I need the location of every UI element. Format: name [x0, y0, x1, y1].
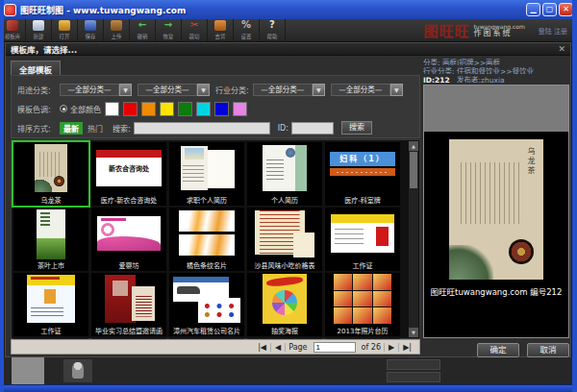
toolbar-save-button[interactable]: 保存 [78, 19, 104, 41]
id-input[interactable] [291, 122, 334, 135]
search-input[interactable] [134, 122, 270, 135]
pagination-bar: |◀ ◀ Page of 26 ▶ ▶| [11, 339, 420, 355]
dialog-header: 模板库，请选择... ✕ [6, 43, 570, 56]
sort-mode-label: 排序方式: [17, 123, 60, 134]
toolbar-template-library-button[interactable]: 模板库 [0, 19, 26, 41]
window-title: 图旺旺制图 - www.tuwangwang.com [20, 4, 186, 16]
toolbar-label: 模板库 [5, 32, 20, 39]
template-library-dialog: 模板库，请选择... ✕ 全部模板 用途分类: —全部分类— ▼ —全部分类— … [5, 42, 571, 357]
color-swatch-yellow[interactable] [160, 102, 174, 116]
sort-hot-button[interactable]: 热门 [88, 123, 103, 134]
template-thumbnail[interactable]: 抽奖海报 [247, 273, 322, 336]
app-window: 图旺旺制图 - www.tuwangwang.com ▁ ▢ ✕ 模板库 新建 … [0, 0, 577, 392]
chevron-down-icon[interactable]: ▼ [313, 84, 325, 96]
toolbar-help-button[interactable]: ? 帮助 [260, 19, 286, 41]
template-thumbnail[interactable]: 毕业实习总结暨邀请函 [91, 273, 166, 336]
color-swatch-green[interactable] [178, 102, 192, 116]
color-swatch-cyan[interactable] [196, 102, 211, 116]
usage-category-dropdown-1[interactable]: —全部分类— ▼ [60, 84, 132, 96]
tea-seal-icon [509, 239, 534, 264]
title-bar[interactable]: 图旺旺制图 - www.tuwangwang.com ▁ ▢ ✕ [0, 0, 577, 19]
cancel-button[interactable]: 取消 [527, 343, 569, 357]
sort-newest-button[interactable]: 最新 [60, 122, 83, 135]
grid-scrollbar[interactable]: ▲ ▼ [409, 141, 418, 337]
template-thumbnail[interactable]: 工作证 [325, 208, 400, 271]
chevron-down-icon[interactable]: ▼ [390, 84, 403, 96]
thumbnail-label: 抽奖海报 [247, 326, 322, 335]
scroll-up-icon[interactable]: ▲ [409, 141, 418, 151]
template-thumbnail[interactable]: 橘色条纹名片 [169, 208, 244, 271]
percent-icon: % [240, 20, 252, 31]
thumbnail-label: 工作证 [13, 326, 88, 335]
usage-category-dropdown-2[interactable]: —全部分类— ▼ [138, 84, 210, 96]
book-icon [7, 20, 18, 31]
template-id: ID:212 [423, 76, 450, 83]
industry-category-dropdown-1[interactable]: —全部分类— ▼ [253, 84, 325, 96]
template-thumbnail[interactable]: 2013年照片台历 [325, 273, 400, 336]
toolbar-settings-button[interactable]: % 设置 [234, 19, 260, 41]
template-thumbnail-wulongcha[interactable]: 乌龙茶 [13, 142, 88, 206]
template-thumbnail[interactable]: 工作证 [13, 273, 88, 336]
template-thumbnail[interactable]: 新农合咨询处 医疗-新农合咨询处 [91, 142, 166, 206]
template-thumbnail[interactable]: 茶叶上市 [13, 208, 88, 271]
thumbnail-label: 茶叶上市 [13, 260, 88, 270]
template-thumbnail[interactable]: 沙县风味小吃价格表 [247, 208, 322, 271]
toolbar-new-button[interactable]: 新建 [26, 19, 52, 41]
thumbnail-label: 2013年照片台历 [325, 326, 400, 335]
dialog-title: 模板库，请选择... [11, 43, 77, 55]
search-button[interactable]: 搜索 [341, 121, 372, 135]
industry-category-dropdown-2[interactable]: —全部分类— ▼ [331, 84, 403, 96]
dropdown-value: —全部分类— [138, 84, 197, 96]
mascot-icon [63, 359, 92, 382]
background-button-2[interactable] [387, 372, 440, 382]
thumbnail-art [13, 142, 88, 194]
open-folder-icon [59, 20, 70, 31]
scrollbar-thumb[interactable] [410, 152, 417, 188]
toolbar-redo-button[interactable]: → 恢复 [156, 19, 182, 41]
template-thumbnail[interactable]: 爱婴坊 [91, 208, 166, 271]
window-bottom-border [0, 384, 577, 392]
toolbar-crop-button[interactable]: ✂ 裁切 [182, 19, 208, 41]
color-swatch-violet[interactable] [233, 102, 247, 116]
first-page-button[interactable]: |◀ [254, 343, 270, 352]
brand-logo-text: 图旺旺 [423, 20, 469, 40]
scroll-down-icon[interactable]: ▼ [409, 328, 418, 337]
background-button-1[interactable] [387, 359, 440, 370]
chevron-down-icon[interactable]: ▼ [197, 84, 210, 96]
color-swatch-orange[interactable] [141, 102, 156, 116]
industry-info: 行业分类: 住宿和餐饮业>>餐饮业 [423, 65, 569, 74]
toolbar-upload-button[interactable]: 上传 [104, 19, 130, 41]
template-thumbnail[interactable]: 漳州汽车租赁公司名片 [169, 273, 244, 336]
chevron-down-icon[interactable]: ▼ [119, 84, 132, 96]
brand-subtitle: 作图系统 [473, 30, 524, 37]
dialog-close-icon[interactable]: ✕ [558, 45, 565, 54]
account-links[interactable]: 登陆 注册 [539, 26, 567, 36]
template-thumbnail[interactable]: 妇科（1） 医疗-科室牌 [325, 142, 400, 206]
close-button[interactable]: ✕ [559, 3, 573, 16]
filter-panel: 用途分类: —全部分类— ▼ —全部分类— ▼ 行业分类: —全部分类— ▼ —… [11, 75, 420, 138]
last-page-button[interactable]: ▶| [398, 343, 415, 352]
thumbnail-art: 妇科（1） [325, 142, 400, 194]
template-thumbnail[interactable]: 求职个人简历 [169, 142, 244, 206]
color-swatch-blue[interactable] [214, 102, 229, 116]
all-colors-radio[interactable] [60, 105, 67, 112]
page-number-input[interactable] [314, 342, 356, 353]
brand-logo: 图旺旺 tuwangwang.com 作图系统 登陆 注册 [423, 19, 577, 41]
minimize-button[interactable]: ▁ [526, 3, 540, 16]
template-thumbnail[interactable]: 个人简历 [247, 142, 322, 206]
next-page-button[interactable]: ▶ [384, 343, 398, 352]
toolbar-label: 去背 [215, 32, 226, 39]
thumbnail-label: 医疗-新农合咨询处 [91, 195, 166, 205]
ok-button[interactable]: 确定 [477, 343, 519, 357]
app-logo-icon [4, 4, 16, 16]
thumbnail-label: 乌龙茶 [13, 195, 88, 205]
color-swatch-red[interactable] [123, 102, 138, 116]
color-swatch-white[interactable] [105, 102, 119, 116]
category-info: 分类: 画框|招牌>>画框 [423, 57, 569, 65]
toolbar-undo-button[interactable]: ← 撤销 [130, 19, 156, 41]
toolbar-remove-bg-button[interactable]: 去背 [208, 19, 234, 41]
maximize-button[interactable]: ▢ [542, 3, 557, 16]
prev-page-button[interactable]: ◀ [270, 343, 285, 352]
toolbar-open-button[interactable]: 打开 [52, 19, 78, 41]
thumbnail-art [169, 142, 244, 194]
